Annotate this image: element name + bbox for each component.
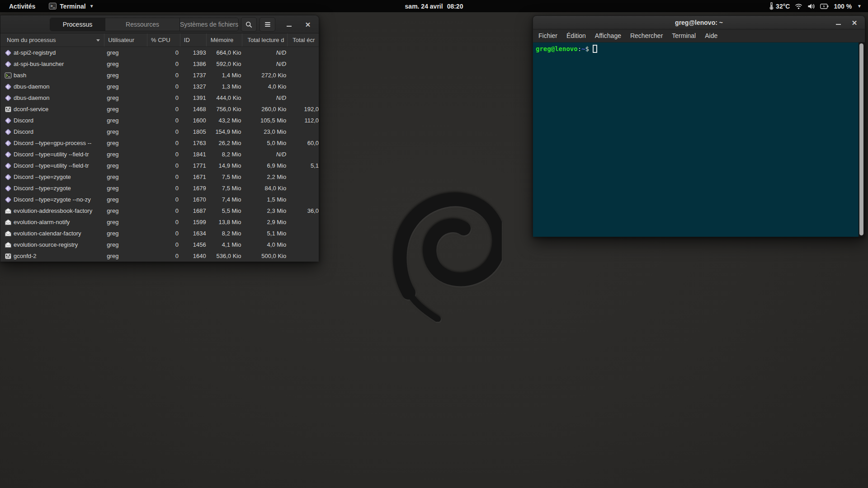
- table-row[interactable]: Discord greg 0 1805 154,9 Mio 23,0 Mio: [0, 126, 319, 137]
- terminal-scrollbar[interactable]: [859, 42, 865, 237]
- prompt-user-host: greg@lenovo: [536, 45, 578, 52]
- temperature-label: 32°C: [776, 3, 790, 10]
- menu-item[interactable]: Édition: [562, 29, 590, 42]
- process-disk-write: [288, 149, 319, 160]
- table-row[interactable]: dbus-daemon greg 0 1327 1,3 Mio 4,0 Kio: [0, 81, 319, 92]
- table-row[interactable]: bash greg 0 1737 1,4 Mio 272,0 Kio: [0, 70, 319, 81]
- process-disk-read: 1,5 Mio: [242, 194, 288, 205]
- column-header-disk-read[interactable]: Total lecture d: [242, 33, 288, 47]
- process-disk-read: 105,5 Mio: [242, 115, 288, 126]
- process-disk-write: 112,0: [288, 115, 319, 126]
- process-user: greg: [104, 194, 147, 205]
- table-row[interactable]: evolution-addressbook-factory greg 0 168…: [0, 205, 319, 216]
- process-cpu: 0: [147, 194, 180, 205]
- close-button[interactable]: ✕: [301, 15, 315, 33]
- menu-button[interactable]: [259, 17, 275, 32]
- process-user: greg: [104, 216, 147, 228]
- process-id: 1599: [180, 216, 207, 228]
- table-row[interactable]: Discord --type=gpu-process -- greg 0 176…: [0, 137, 319, 149]
- system-monitor-window: Processus Ressources Systèmes de fichier…: [0, 15, 319, 261]
- view-tab[interactable]: Ressources: [105, 18, 180, 31]
- sort-descending-icon: [96, 39, 100, 42]
- process-cpu: 0: [147, 126, 180, 137]
- app-menu-label: Terminal: [60, 3, 85, 10]
- table-row[interactable]: evolution-alarm-notify greg 0 1599 13,8 …: [0, 216, 319, 228]
- menu-item[interactable]: Fichier: [534, 29, 562, 42]
- table-row[interactable]: at-spi2-registryd greg 0 1393 664,0 Kio …: [0, 47, 319, 58]
- table-row[interactable]: Discord --type=zygote greg 0 1671 7,5 Mi…: [0, 171, 319, 183]
- process-name: Discord: [14, 128, 33, 135]
- process-cpu: 0: [147, 239, 180, 250]
- view-tab-group: Processus Ressources Systèmes de fichier…: [50, 18, 239, 31]
- terminal-minimize-button[interactable]: [830, 16, 846, 29]
- clock-button[interactable]: sam. 24 avril 08:20: [405, 3, 463, 10]
- menu-item[interactable]: Terminal: [667, 29, 700, 42]
- process-disk-write: [288, 81, 319, 92]
- table-row[interactable]: dbus-daemon greg 0 1391 444,0 Kio N/D: [0, 92, 319, 103]
- table-row[interactable]: gconfd-2 greg 0 1640 536,0 Kio 500,0 Kio: [0, 250, 319, 262]
- scrollbar-thumb[interactable]: [859, 43, 863, 235]
- top-bar: Activités >_ Terminal ▼ sam. 24 avril 08…: [0, 0, 868, 12]
- column-header-cpu[interactable]: % CPU: [147, 33, 180, 47]
- process-memory: 536,0 Kio: [207, 250, 243, 262]
- process-id: 1468: [180, 103, 207, 115]
- column-header-id[interactable]: ID: [180, 33, 207, 47]
- process-user: greg: [104, 239, 147, 250]
- process-disk-read: 2,3 Mio: [242, 205, 288, 216]
- table-row[interactable]: Discord --type=utility --field-tr greg 0…: [0, 160, 319, 171]
- terminal-close-button[interactable]: ✕: [847, 16, 862, 29]
- table-row[interactable]: Discord greg 0 1600 43,2 Mio 105,5 Mio 1…: [0, 115, 319, 126]
- process-disk-read: 5,0 Mio: [242, 137, 288, 149]
- process-memory: 7,5 Mio: [207, 183, 243, 194]
- process-user: greg: [104, 160, 147, 171]
- diamond-icon: [5, 162, 12, 169]
- diamond-icon: [5, 151, 12, 158]
- process-memory: 4,1 Mio: [207, 239, 243, 250]
- view-tab[interactable]: Processus: [50, 18, 105, 31]
- table-row[interactable]: at-spi-bus-launcher greg 0 1386 592,0 Ki…: [0, 58, 319, 70]
- minimize-icon: [287, 26, 292, 27]
- status-area[interactable]: 32°C 100 % ▼: [769, 2, 868, 10]
- process-memory: 8,2 Mio: [207, 149, 243, 160]
- process-memory: 154,9 Mio: [207, 126, 243, 137]
- process-id: 1456: [180, 239, 207, 250]
- chevron-down-icon: ▼: [90, 4, 94, 9]
- menu-item[interactable]: Aide: [700, 29, 722, 42]
- column-header-name[interactable]: Nom du processus: [0, 33, 104, 47]
- menu-item[interactable]: Rechercher: [626, 29, 667, 42]
- table-row[interactable]: Discord --type=zygote greg 0 1679 7,5 Mi…: [0, 183, 319, 194]
- table-row[interactable]: dconf-service greg 0 1468 756,0 Kio 260,…: [0, 103, 319, 115]
- column-header-memory[interactable]: Mémoire: [207, 33, 243, 47]
- terminal-titlebar[interactable]: greg@lenovo: ~ ✕: [533, 16, 865, 29]
- table-row[interactable]: Discord --type=utility --field-tr greg 0…: [0, 149, 319, 160]
- process-disk-write: [288, 216, 319, 228]
- volume-icon: [807, 3, 815, 9]
- process-disk-read: N/D: [242, 58, 288, 70]
- process-cpu: 0: [147, 250, 180, 262]
- table-row[interactable]: evolution-source-registry greg 0 1456 4,…: [0, 239, 319, 250]
- search-button[interactable]: [241, 17, 257, 32]
- process-id: 1327: [180, 81, 207, 92]
- column-header-disk-write[interactable]: Total écr: [288, 33, 319, 47]
- table-row[interactable]: Discord --type=zygote --no-zy greg 0 167…: [0, 194, 319, 205]
- app-menu-button[interactable]: >_ Terminal ▼: [49, 3, 94, 10]
- system-monitor-titlebar[interactable]: Processus Ressources Systèmes de fichier…: [0, 15, 319, 33]
- terminal-screen[interactable]: greg@lenovo:~$: [533, 42, 865, 237]
- process-name: Discord: [14, 117, 33, 124]
- activities-button[interactable]: Activités: [7, 3, 37, 10]
- process-name: evolution-source-registry: [14, 241, 78, 248]
- process-name: Discord --type=utility --field-tr: [14, 162, 89, 169]
- process-id: 1679: [180, 183, 207, 194]
- menu-item[interactable]: Affichage: [590, 29, 626, 42]
- mail-icon: [5, 241, 12, 249]
- minimize-button[interactable]: [282, 15, 296, 33]
- shell-prompt: greg@lenovo:~$: [536, 44, 864, 53]
- column-header-user[interactable]: Utilisateur: [104, 33, 147, 47]
- process-memory: 43,2 Mio: [207, 115, 243, 126]
- table-row[interactable]: evolution-calendar-factory greg 0 1634 8…: [0, 228, 319, 239]
- diamond-icon: [5, 185, 12, 192]
- process-user: greg: [104, 149, 147, 160]
- clock-date: sam. 24 avril: [405, 3, 443, 10]
- view-tab[interactable]: Systèmes de fichiers: [180, 18, 238, 31]
- process-name: Discord --type=gpu-process --: [14, 140, 91, 146]
